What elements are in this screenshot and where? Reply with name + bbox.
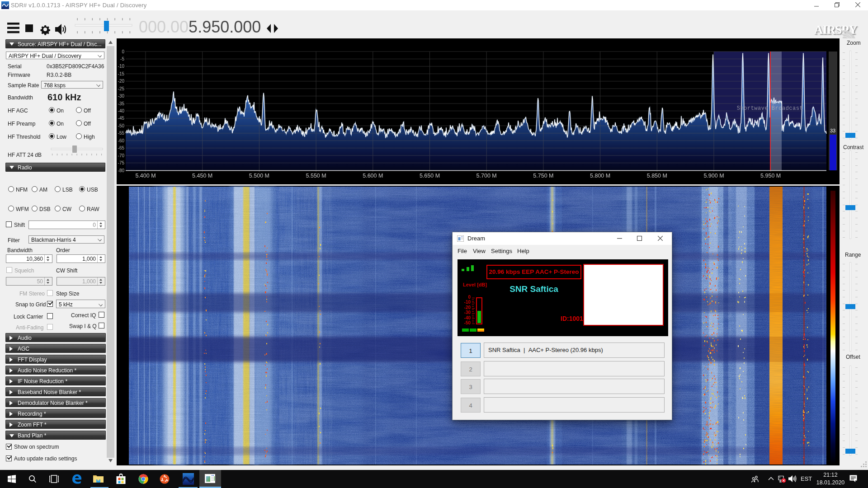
svg-text:-35: -35: [118, 101, 125, 106]
svg-text:5.900 M: 5.900 M: [703, 173, 724, 179]
svg-text:5.800 M: 5.800 M: [590, 173, 610, 179]
svg-text:33: 33: [830, 128, 835, 133]
svg-text:-55: -55: [118, 131, 125, 136]
svg-text:5.550 M: 5.550 M: [306, 173, 326, 179]
svg-text:-80: -80: [118, 168, 125, 173]
svg-text:5.700 M: 5.700 M: [476, 173, 497, 179]
svg-text:5.750 M: 5.750 M: [533, 173, 553, 179]
svg-text:-5: -5: [120, 56, 124, 61]
svg-text:5.450 M: 5.450 M: [192, 173, 212, 179]
svg-text:-15: -15: [118, 71, 125, 76]
svg-text:5.400 M: 5.400 M: [135, 173, 156, 179]
svg-text:-20: -20: [118, 79, 125, 84]
svg-text:-50: -50: [118, 123, 125, 128]
svg-text:-65: -65: [118, 145, 125, 150]
svg-text:Shortwave Broadcast: Shortwave Broadcast: [737, 105, 803, 112]
svg-text:-40: -40: [118, 108, 125, 113]
svg-text:-70: -70: [118, 153, 125, 158]
svg-text:-25: -25: [118, 86, 125, 91]
svg-text:5.600 M: 5.600 M: [363, 173, 383, 179]
svg-text:-45: -45: [118, 116, 125, 121]
svg-text:0: 0: [122, 49, 124, 54]
svg-text:-60: -60: [118, 138, 125, 143]
svg-text:-30: -30: [118, 94, 125, 99]
svg-text:5.500 M: 5.500 M: [249, 173, 269, 179]
svg-text:5.650 M: 5.650 M: [420, 173, 440, 179]
svg-text:5.850 M: 5.850 M: [647, 173, 667, 179]
svg-text:-75: -75: [118, 160, 125, 165]
svg-text:-10: -10: [118, 64, 125, 69]
svg-text:5.950 M: 5.950 M: [760, 173, 781, 179]
